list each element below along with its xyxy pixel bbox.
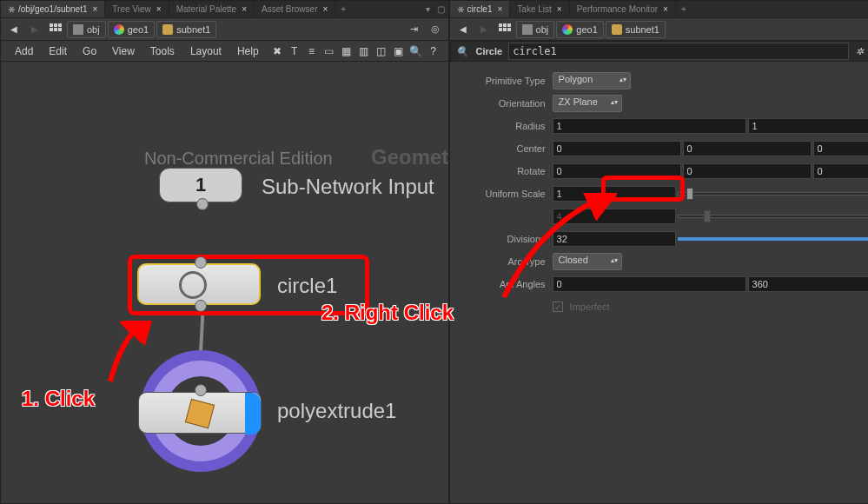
- pin-icon: ✱: [454, 3, 465, 16]
- breadcrumb-geo1[interactable]: geo1: [556, 21, 603, 38]
- box-icon[interactable]: ▭: [321, 45, 337, 57]
- close-icon[interactable]: ×: [242, 4, 247, 14]
- tab-label: Asset Browser: [262, 4, 317, 14]
- pane-menu-icon[interactable]: ▾: [422, 4, 434, 14]
- sticky-icon[interactable]: ◫: [374, 45, 389, 57]
- menu-view[interactable]: View: [105, 45, 142, 57]
- operator-name-input[interactable]: [508, 43, 848, 60]
- menu-go[interactable]: Go: [76, 45, 103, 57]
- menu-tools[interactable]: Tools: [143, 45, 182, 57]
- context-watermark: Geometry: [371, 145, 448, 169]
- operator-type: Circle: [474, 46, 506, 56]
- param-center-z[interactable]: [813, 141, 868, 156]
- param-rotate-y[interactable]: [683, 163, 812, 179]
- param-dropdown-orientation[interactable]: ZX Plane▴▾: [553, 95, 622, 112]
- param-rotate: Rotate: [457, 161, 868, 182]
- color-icon[interactable]: ▦: [339, 45, 354, 57]
- tab-label: Performance Monitor: [577, 4, 658, 14]
- network-editor-panel: ✱ /obj/geo1/subnet1 × Tree View × Materi…: [0, 0, 449, 504]
- annotation-step2: 2. Right Click: [321, 301, 454, 325]
- tab-material-palette[interactable]: Material Palette ×: [169, 1, 255, 17]
- param-center: Center: [457, 138, 868, 159]
- gear-icon[interactable]: ✲: [852, 46, 868, 57]
- param-label: Orientation: [457, 98, 553, 109]
- geo-icon: [114, 24, 124, 35]
- param-divisions-slider[interactable]: [678, 231, 868, 247]
- close-icon[interactable]: ×: [498, 4, 503, 14]
- tab-performance-monitor[interactable]: Performance Monitor ×: [570, 1, 676, 17]
- menu-edit[interactable]: Edit: [42, 45, 74, 57]
- close-icon[interactable]: ×: [93, 4, 98, 14]
- node-subnet-input[interactable]: 1: [159, 168, 242, 202]
- list-icon[interactable]: ≡: [304, 45, 320, 57]
- param-arc-angle-end[interactable]: [748, 276, 868, 292]
- nav-back-button[interactable]: [4, 20, 23, 39]
- network-menubar: Add Edit Go View Tools Layout Help ✖ T ≡…: [1, 41, 448, 62]
- input-connector[interactable]: [195, 256, 207, 269]
- param-uniform-scale-slider[interactable]: [678, 186, 868, 202]
- close-icon[interactable]: ×: [156, 4, 162, 14]
- polyextrude-icon: [185, 399, 215, 428]
- tab-take-list[interactable]: Take List ×: [510, 1, 569, 17]
- target-button[interactable]: ◎: [426, 20, 445, 39]
- palette-icon[interactable]: ▥: [356, 45, 372, 57]
- image-icon[interactable]: ▣: [391, 45, 407, 57]
- param-radius-y[interactable]: [748, 118, 868, 134]
- text-icon[interactable]: T: [287, 45, 302, 57]
- maximize-pane-icon[interactable]: ▢: [434, 4, 448, 14]
- param-orientation: Orientation ZX Plane▴▾: [457, 93, 868, 114]
- tab-asset-browser[interactable]: Asset Browser ×: [255, 1, 335, 17]
- nav-forward-button[interactable]: [474, 20, 494, 39]
- input-connector[interactable]: [195, 384, 207, 396]
- param-radius-x[interactable]: [553, 118, 746, 134]
- geo-icon: [562, 24, 573, 35]
- parameter-header: 🔍 Circle ✲ H 🔍 ⓘ ?: [450, 41, 868, 62]
- add-tab-button[interactable]: +: [676, 4, 692, 14]
- node-circle1[interactable]: [137, 263, 261, 305]
- nav-menu-button[interactable]: [46, 20, 65, 39]
- breadcrumb-subnet1[interactable]: subnet1: [606, 21, 666, 38]
- breadcrumb-obj[interactable]: obj: [67, 21, 106, 38]
- tab-label: Material Palette: [176, 4, 236, 14]
- tab-label: Take List: [517, 4, 551, 14]
- search-icon[interactable]: 🔍: [408, 45, 424, 57]
- nav-forward-button[interactable]: [25, 20, 44, 39]
- help-icon[interactable]: ?: [426, 45, 441, 57]
- search-icon[interactable]: 🔍: [454, 46, 470, 57]
- left-tabrow: ✱ /obj/geo1/subnet1 × Tree View × Materi…: [1, 1, 448, 18]
- add-tab-button[interactable]: +: [335, 4, 351, 14]
- pin-button[interactable]: ⇥: [405, 20, 424, 39]
- node-input-number: 1: [195, 174, 206, 196]
- param-rotate-x[interactable]: [553, 163, 681, 179]
- menu-add[interactable]: Add: [8, 45, 40, 57]
- close-icon[interactable]: ×: [557, 4, 562, 14]
- subnet-icon: [612, 24, 622, 35]
- close-icon[interactable]: ×: [322, 4, 328, 14]
- close-icon[interactable]: ×: [663, 4, 668, 14]
- breadcrumb-obj[interactable]: obj: [516, 21, 555, 38]
- param-label: Radius: [457, 121, 553, 131]
- nav-back-button[interactable]: [454, 20, 473, 39]
- label-polyextrude1: polyextrude1: [277, 399, 396, 423]
- tab-label: Tree View: [112, 4, 150, 14]
- tab-circle1[interactable]: ✱ circle1 ×: [450, 1, 511, 17]
- menu-help[interactable]: Help: [230, 45, 266, 57]
- nav-menu-button[interactable]: [495, 20, 514, 39]
- network-canvas[interactable]: Non-Commercial Edition Geometry 1 Sub-Ne…: [1, 62, 448, 503]
- menu-layout[interactable]: Layout: [183, 45, 229, 57]
- breadcrumb-subnet1[interactable]: subnet1: [156, 21, 216, 38]
- obj-icon: [522, 24, 533, 35]
- tools-icon[interactable]: ✖: [269, 45, 285, 57]
- output-connector[interactable]: [195, 300, 207, 312]
- tab-tree-view[interactable]: Tree View ×: [105, 1, 169, 17]
- display-flag[interactable]: [245, 393, 261, 434]
- param-dropdown-primtype[interactable]: Polygon▴▾: [553, 72, 631, 90]
- output-connector[interactable]: [196, 198, 209, 210]
- breadcrumb-geo1[interactable]: geo1: [108, 21, 155, 38]
- tab-network-path[interactable]: ✱ /obj/geo1/subnet1 ×: [1, 1, 105, 17]
- node-polyextrude1[interactable]: [138, 392, 262, 434]
- param-center-x[interactable]: [553, 141, 681, 156]
- pin-icon: ✱: [6, 3, 17, 16]
- param-rotate-z[interactable]: [813, 163, 868, 179]
- param-center-y[interactable]: [683, 141, 812, 156]
